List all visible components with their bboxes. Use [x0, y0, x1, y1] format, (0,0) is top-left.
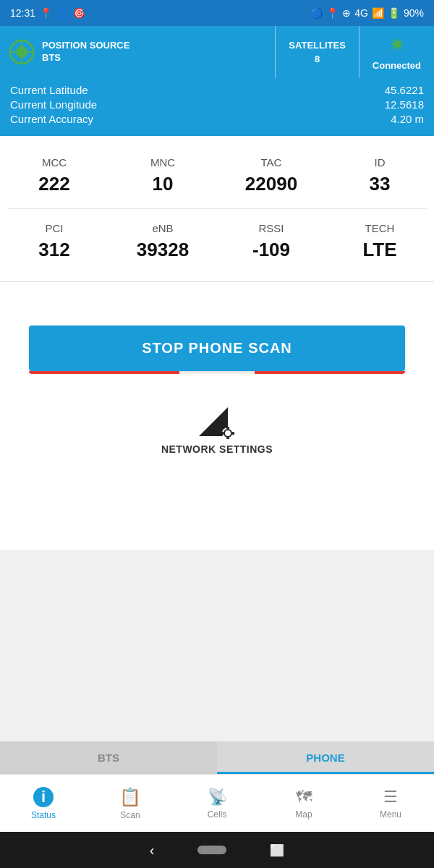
- position-source-section: POSITION SOURCE BTS: [0, 26, 276, 78]
- position-source-title: POSITION SOURCE: [42, 40, 129, 52]
- time: 12:31: [10, 7, 35, 19]
- mcc-label: MCC: [42, 156, 67, 169]
- longitude-row: Current Longitude 12.5618: [10, 98, 424, 111]
- enb-label: eNB: [152, 222, 173, 234]
- home-button[interactable]: [197, 846, 226, 854]
- accuracy-row: Current Accuracy 4.20 m: [10, 113, 424, 125]
- latitude-label: Current Latitude: [10, 84, 88, 96]
- gps-status-icon: 📍: [326, 7, 339, 19]
- scan-icon: 📋: [119, 787, 141, 807]
- system-nav: ‹ ⬜: [0, 832, 434, 868]
- cell-enb: eNB 39328: [109, 209, 217, 274]
- accuracy-value: 4.20 m: [391, 113, 424, 125]
- tech-value: LTE: [362, 239, 396, 261]
- tac-label: TAC: [261, 156, 282, 169]
- longitude-value: 12.5618: [385, 98, 424, 111]
- nav-cells[interactable]: 📡 Cells: [174, 775, 260, 832]
- tab-phone-label: PHONE: [306, 752, 344, 764]
- rssi-value: -109: [252, 239, 290, 261]
- header-top-row: POSITION SOURCE BTS SATELLITES 8 ✴ Conne…: [0, 26, 434, 78]
- enb-value: 39328: [137, 239, 189, 261]
- cell-tac: TAC 22090: [217, 143, 326, 208]
- svg-rect-9: [226, 427, 229, 429]
- longitude-label: Current Longitude: [10, 98, 97, 111]
- bluetooth-section: ✴ Connected: [359, 26, 434, 78]
- person-icon: 👤: [56, 7, 69, 19]
- signal-icon: 📶: [372, 7, 384, 19]
- cell-tech: TECH LTE: [326, 209, 434, 274]
- cell-pci: PCI 312: [0, 209, 109, 274]
- wifi-status-icon: ⊕: [342, 7, 351, 19]
- cell-rssi: RSSI -109: [217, 209, 326, 274]
- nav-map-label: Map: [295, 809, 312, 820]
- position-source-type: BTS: [42, 52, 129, 64]
- stop-scan-button[interactable]: STOP PHONE SCAN: [29, 326, 405, 371]
- status-bar-left: 12:31 📍 👤 🎯: [10, 7, 85, 19]
- cell-info-grid: MCC 222 MNC 10 TAC 22090 ID 33 PCI 312 e…: [0, 136, 434, 282]
- back-button[interactable]: ‹: [150, 842, 155, 859]
- bluetooth-icon: ✴: [388, 33, 405, 57]
- satellites-label: SATELLITES: [289, 38, 345, 53]
- status-bar: 12:31 📍 👤 🎯 🔵 📍 ⊕ 4G 📶 🔋 90%: [0, 0, 434, 26]
- network-settings-button[interactable]: NETWORK SETTINGS: [161, 386, 273, 469]
- position-source-labels: POSITION SOURCE BTS: [42, 40, 129, 64]
- bluetooth-status-icon: 🔵: [310, 7, 323, 19]
- stop-btn-container: STOP PHONE SCAN: [0, 282, 434, 386]
- satellites-section: SATELLITES 8: [276, 26, 359, 78]
- menu-icon: ☰: [383, 788, 398, 807]
- rssi-label: RSSI: [258, 222, 284, 234]
- battery-icon: 🔋: [388, 7, 400, 19]
- tab-phone[interactable]: PHONE: [217, 741, 434, 774]
- tech-label: TECH: [365, 222, 395, 234]
- satellites-count: 8: [315, 52, 320, 67]
- cell-mnc: MNC 10: [109, 143, 217, 208]
- network-type: 4G: [354, 7, 368, 19]
- latitude-row: Current Latitude 45.6221: [10, 84, 424, 96]
- nav-scan-label: Scan: [120, 810, 140, 820]
- tab-bts-label: BTS: [98, 752, 119, 764]
- nav-status[interactable]: i Status: [0, 775, 87, 832]
- bluetooth-label: Connected: [373, 60, 421, 71]
- mnc-value: 10: [153, 173, 174, 195]
- nav-menu[interactable]: ☰ Menu: [347, 775, 434, 832]
- mcc-value: 222: [38, 173, 69, 195]
- network-settings-label: NETWORK SETTINGS: [161, 443, 273, 455]
- network-settings-icon: [199, 407, 235, 439]
- id-value: 33: [370, 173, 391, 195]
- nav-menu-label: Menu: [380, 809, 401, 820]
- svg-rect-10: [226, 438, 229, 439]
- secondary-tab-bar: BTS PHONE: [0, 741, 434, 774]
- status-icon: i: [33, 787, 54, 807]
- nav-cells-label: Cells: [208, 809, 227, 820]
- id-label: ID: [375, 156, 386, 169]
- latitude-value: 45.6221: [385, 84, 424, 96]
- map-icon: 🗺: [296, 788, 312, 807]
- svg-rect-11: [221, 432, 224, 435]
- nav-map[interactable]: 🗺 Map: [260, 775, 347, 832]
- accuracy-label: Current Accuracy: [10, 113, 93, 125]
- cell-mcc: MCC 222: [0, 143, 109, 208]
- nav-scan[interactable]: 📋 Scan: [87, 775, 174, 832]
- cell-id: ID 33: [326, 143, 434, 208]
- bottom-nav: i Status 📋 Scan 📡 Cells 🗺 Map ☰ Menu: [0, 774, 434, 832]
- header: POSITION SOURCE BTS SATELLITES 8 ✴ Conne…: [0, 26, 434, 136]
- cells-icon: 📡: [208, 788, 227, 807]
- pci-label: PCI: [45, 222, 63, 234]
- nav-status-label: Status: [31, 810, 56, 820]
- svg-rect-12: [232, 432, 234, 435]
- main-content: STOP PHONE SCAN NETWORK SETTINGS: [0, 282, 434, 550]
- status-bar-right: 🔵 📍 ⊕ 4G 📶 🔋 90%: [310, 7, 424, 19]
- location-icon: 📍: [40, 7, 52, 19]
- pci-value: 312: [38, 239, 69, 261]
- mnc-label: MNC: [150, 156, 175, 169]
- tac-value: 22090: [245, 173, 297, 195]
- svg-point-1: [16, 46, 27, 58]
- header-details: Current Latitude 45.6221 Current Longitu…: [0, 78, 434, 136]
- battery-level: 90%: [404, 7, 424, 19]
- recent-apps-button[interactable]: ⬜: [270, 843, 284, 857]
- tab-bts[interactable]: BTS: [0, 741, 217, 774]
- gps-icon: [9, 39, 35, 65]
- wifi-icon: 🎯: [73, 7, 85, 19]
